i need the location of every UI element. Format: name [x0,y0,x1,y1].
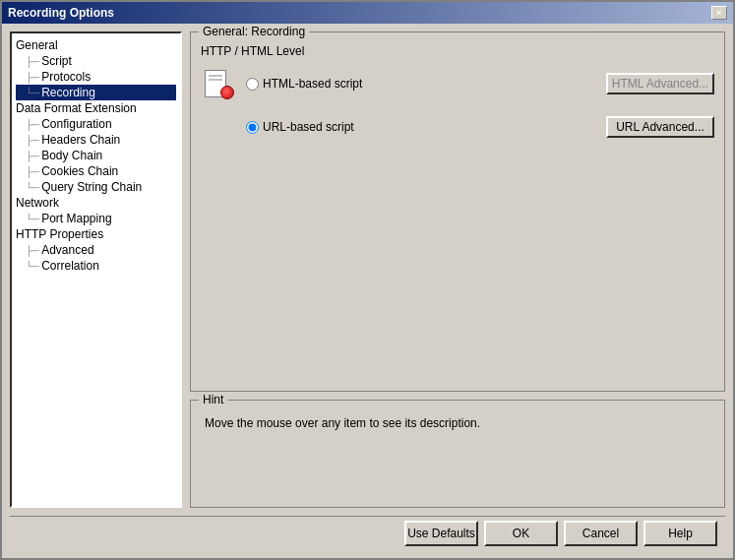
url-radio-label[interactable]: URL-based script [246,120,596,134]
tree-item-label: Port Mapping [41,212,111,225]
tree-item-label: Query String Chain [41,180,142,194]
tree-item-label: Configuration [41,117,111,131]
close-button[interactable]: ✕ [711,6,727,20]
tree-connector: ├─ [26,135,39,146]
cancel-button[interactable]: Cancel [564,521,638,546]
tree-item-data-format-extension[interactable]: Data Format Extension [16,100,176,116]
tree-item-advanced[interactable]: ├─Advanced [16,242,176,258]
tree-item-general[interactable]: General [16,37,176,53]
recording-group-label: General: Recording [199,25,309,38]
tree-connector: ├─ [26,151,39,161]
tree-item-label: Script [41,54,72,68]
tree-item-query-string-chain[interactable]: └─Query String Chain [16,179,176,195]
tree-item-label: Protocols [41,70,91,84]
tree-item-network[interactable]: Network [16,195,176,211]
tree-item-cookies-chain[interactable]: ├─Cookies Chain [16,163,176,179]
html-radio[interactable] [246,78,259,91]
http-options: HTML-based script HTML Advanced... U [201,66,714,145]
html-radio-text: HTML-based script [263,77,362,91]
http-html-icon [203,68,234,99]
tree-connector: ├─ [26,56,39,67]
tree-connector: ├─ [26,166,39,177]
tree-connector: └─ [26,182,39,193]
url-radio[interactable] [246,121,259,134]
http-icon-area [201,66,236,101]
tree-connector: ├─ [26,72,39,83]
tree-item-recording[interactable]: └─Recording [16,85,176,100]
tree-item-label: Recording [41,86,95,99]
hint-text: Move the mouse over any item to see its … [201,412,714,434]
tree-item-label: Advanced [41,243,93,257]
tree-item-label: Data Format Extension [16,101,137,115]
tree-item-label: Headers Chain [41,133,120,147]
tree-item-script[interactable]: ├─Script [16,53,176,69]
tree-item-configuration[interactable]: ├─Configuration [16,116,176,132]
tree-item-label: Cookies Chain [41,164,118,178]
tree-item-label: Correlation [41,259,99,273]
html-option-row: HTML-based script HTML Advanced... [201,66,714,101]
url-radio-text: URL-based script [263,120,354,134]
ok-button[interactable]: OK [484,521,558,546]
tree-item-body-chain[interactable]: ├─Body Chain [16,148,176,163]
url-advanced-button[interactable]: URL Advanced... [606,116,714,138]
main-window: Recording Options ✕ General ├─Script ├─P… [0,0,735,560]
tree-connector: └─ [26,88,39,98]
tree-item-label: Body Chain [41,149,102,162]
tree-item-label: HTTP Properties [16,227,103,241]
hint-group-label: Hint [199,393,227,406]
use-defaults-button[interactable]: Use Defaults [404,521,478,546]
tree-item-protocols[interactable]: ├─Protocols [16,69,176,85]
help-button[interactable]: Help [643,521,717,546]
tree-connector: ├─ [26,119,39,130]
tree-item-headers-chain[interactable]: ├─Headers Chain [16,132,176,148]
tree-item-http-properties[interactable]: HTTP Properties [16,226,176,242]
html-advanced-button[interactable]: HTML Advanced... [606,73,714,94]
tree-connector: └─ [26,214,39,224]
recording-group: General: Recording HTTP / HTML Level [190,31,725,392]
http-level-label: HTTP / HTML Level [201,44,714,58]
tree-panel[interactable]: General ├─Script ├─Protocols └─Recording… [10,31,182,508]
right-panel: General: Recording HTTP / HTML Level [190,31,725,508]
hint-group: Hint Move the mouse over any item to see… [190,400,725,508]
icon-badge [220,86,234,99]
dialog-content: General ├─Script ├─Protocols └─Recording… [2,24,733,558]
title-bar: Recording Options ✕ [2,2,733,24]
url-option-row: URL-based script URL Advanced... [201,109,714,145]
window-title: Recording Options [8,6,114,20]
tree-item-port-mapping[interactable]: └─Port Mapping [16,211,176,226]
tree-item-correlation[interactable]: └─Correlation [16,258,176,274]
tree-item-label: Network [16,196,59,210]
tree-connector: └─ [26,261,39,272]
url-icon-spacer [201,109,236,145]
tree-item-label: General [16,38,58,52]
bottom-bar: Use Defaults OK Cancel Help [10,516,725,550]
title-bar-controls: ✕ [711,6,727,20]
html-radio-label[interactable]: HTML-based script [246,77,596,91]
main-area: General ├─Script ├─Protocols └─Recording… [10,31,725,508]
tree-connector: ├─ [26,245,39,256]
